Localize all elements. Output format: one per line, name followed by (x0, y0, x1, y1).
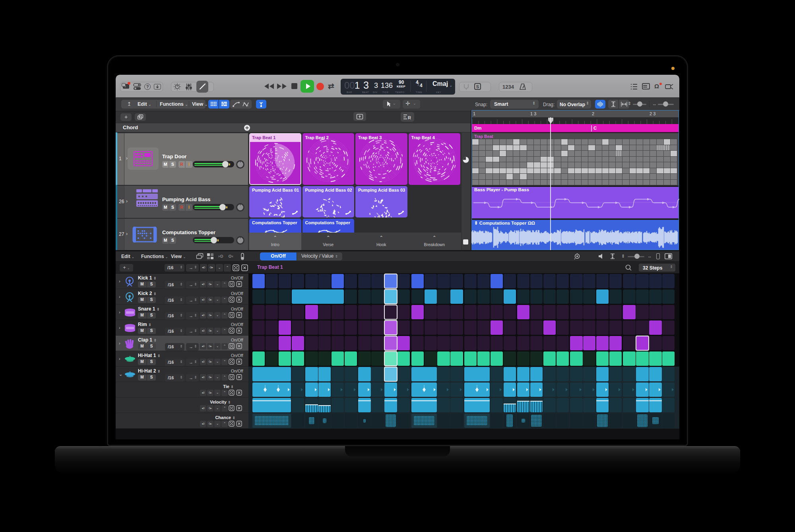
svg-text:R: R (408, 115, 411, 120)
